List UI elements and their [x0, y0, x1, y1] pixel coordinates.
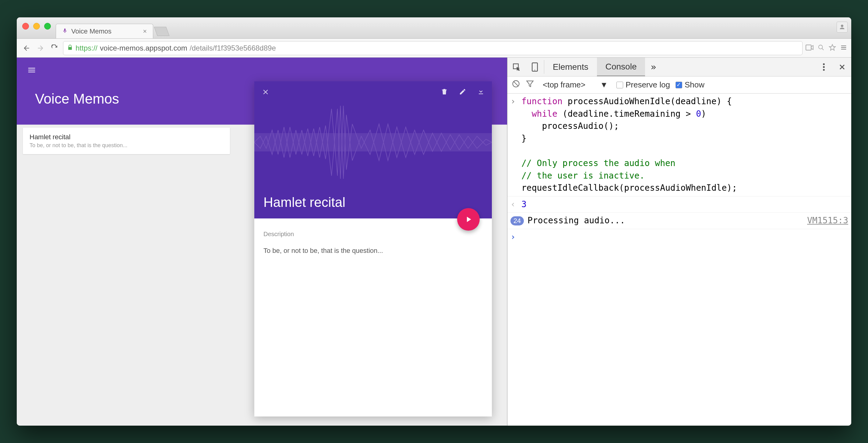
menu-icon[interactable] — [840, 44, 847, 52]
more-tabs-icon[interactable]: » — [645, 58, 661, 76]
lock-icon — [67, 44, 73, 52]
svg-point-5 — [534, 69, 535, 70]
kebab-icon[interactable] — [815, 58, 833, 76]
voice-memos-app: Voice Memos Hamlet recital To be, or not… — [17, 58, 507, 425]
devtools-tabs: Elements Console » — [507, 58, 851, 77]
clear-console-icon[interactable] — [512, 80, 520, 90]
reload-button[interactable] — [49, 43, 60, 54]
url-path: /details/f1f3953e5668d89e — [190, 44, 276, 52]
close-icon[interactable] — [261, 88, 270, 97]
zoom-window-button[interactable] — [44, 23, 51, 30]
checkbox-checked-icon — [676, 82, 682, 88]
back-button[interactable] — [21, 43, 32, 54]
svg-point-1 — [819, 45, 823, 49]
memo-detail-panel: Hamlet recital Description To be, or not… — [254, 81, 492, 416]
memo-list: Hamlet recital To be, or not to be, that… — [23, 128, 230, 155]
hamburger-icon[interactable] — [27, 65, 36, 76]
svg-point-7 — [823, 66, 825, 68]
url-bar[interactable]: https://voice-memos.appspot.com/details/… — [63, 41, 803, 55]
console-toolbar: <top frame> ▼ Preserve log Show — [507, 77, 851, 93]
svg-point-6 — [823, 63, 825, 65]
window-controls — [22, 23, 51, 30]
new-tab-button[interactable] — [154, 27, 169, 36]
list-item[interactable]: Hamlet recital To be, or not to be, that… — [23, 128, 230, 154]
tab-elements[interactable]: Elements — [544, 58, 597, 76]
edit-icon[interactable] — [459, 88, 466, 96]
trash-icon[interactable] — [441, 88, 448, 96]
content-area: Voice Memos Hamlet recital To be, or not… — [17, 58, 851, 425]
browser-toolbar: https://voice-memos.appspot.com/details/… — [17, 39, 851, 58]
detail-actions — [441, 88, 485, 96]
preserve-log-checkbox[interactable]: Preserve log — [616, 80, 670, 90]
filter-icon[interactable] — [526, 80, 534, 90]
console-return-value: 3 — [521, 198, 848, 211]
context-selector[interactable]: <top frame> ▼ — [540, 79, 611, 91]
download-icon[interactable] — [477, 88, 485, 96]
console-output[interactable]: › function processAudioWhenIdle(deadline… — [507, 93, 851, 425]
star-icon[interactable] — [829, 44, 836, 52]
output-chevron-icon: ‹ — [510, 198, 521, 211]
svg-rect-0 — [806, 45, 811, 50]
inspect-icon[interactable] — [507, 58, 526, 76]
show-label: Show — [685, 80, 705, 90]
console-input-code: function processAudioWhenIdle(deadline) … — [521, 95, 848, 195]
titlebar: Voice Memos × — [17, 18, 851, 39]
detail-header: Hamlet recital — [254, 81, 492, 218]
input-chevron-icon: › — [510, 95, 521, 195]
context-label: <top frame> — [543, 80, 585, 90]
log-source-link[interactable]: VM1515:3 — [807, 214, 848, 227]
camera-icon[interactable] — [806, 45, 813, 52]
chevron-down-icon: ▼ — [600, 80, 608, 90]
devtools-close-icon[interactable] — [833, 58, 851, 76]
browser-window: Voice Memos × https://voice-memos.appspo… — [17, 18, 851, 425]
tab-console[interactable]: Console — [597, 58, 645, 76]
waveform — [254, 100, 492, 185]
prompt-chevron-icon: › — [510, 231, 521, 243]
url-host: voice-memos.appspot.com — [100, 44, 187, 52]
forward-button[interactable] — [35, 43, 46, 54]
svg-rect-2 — [254, 133, 492, 151]
minimize-window-button[interactable] — [33, 23, 40, 30]
detail-title: Hamlet recital — [264, 195, 345, 210]
preserve-log-label: Preserve log — [626, 80, 670, 90]
log-count-badge: 24 — [510, 216, 524, 226]
tab-title: Voice Memos — [71, 27, 112, 35]
detail-body: Description To be, or not to be, that is… — [254, 218, 492, 264]
url-scheme: https:// — [75, 44, 97, 52]
description-label: Description — [264, 231, 483, 238]
mic-icon — [62, 27, 68, 35]
browser-tab[interactable]: Voice Memos × — [56, 24, 153, 38]
tab-close-icon[interactable]: × — [143, 27, 147, 35]
show-checkbox[interactable]: Show — [676, 80, 705, 90]
memo-item-subtitle: To be, or not to be, that is the questio… — [30, 142, 223, 149]
devtools-panel: Elements Console » — [507, 58, 851, 425]
checkbox-unchecked-icon — [616, 82, 623, 88]
memo-item-title: Hamlet recital — [30, 133, 223, 141]
user-menu-button[interactable] — [837, 22, 847, 33]
zoom-icon[interactable] — [818, 44, 825, 52]
svg-point-8 — [823, 69, 825, 71]
play-button[interactable] — [457, 208, 480, 231]
close-window-button[interactable] — [22, 23, 29, 30]
console-input[interactable] — [521, 231, 848, 243]
toolbar-right-icons — [806, 44, 847, 52]
log-message: Processing audio... — [527, 214, 625, 227]
description-text: To be, or not to be, that is the questio… — [264, 247, 483, 255]
device-icon[interactable] — [526, 58, 544, 76]
